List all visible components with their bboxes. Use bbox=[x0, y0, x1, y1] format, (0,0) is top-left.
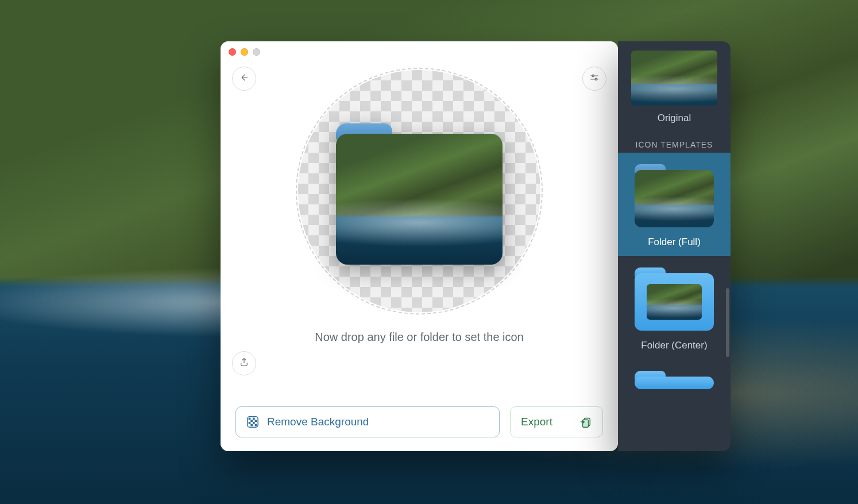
sidebar-item-folder-next[interactable] bbox=[618, 359, 731, 437]
svg-rect-6 bbox=[253, 418, 255, 420]
svg-rect-12 bbox=[255, 424, 257, 427]
svg-rect-11 bbox=[250, 424, 253, 427]
svg-rect-10 bbox=[253, 422, 255, 424]
sidebar-item-label: Folder (Center) bbox=[625, 340, 724, 351]
sidebar-item-original[interactable]: Original bbox=[618, 41, 731, 132]
window-close-button[interactable] bbox=[229, 48, 236, 56]
sidebar-item-folder-center[interactable]: Folder (Center) bbox=[618, 256, 731, 359]
checker-square-icon bbox=[246, 416, 259, 428]
original-thumbnail bbox=[631, 51, 717, 106]
drop-hint-text: Now drop any file or folder to set the i… bbox=[315, 331, 524, 344]
window-minimize-button[interactable] bbox=[241, 48, 248, 56]
sidebar-item-folder-full[interactable]: Folder (Full) bbox=[618, 153, 731, 256]
window-main-pane: Now drop any file or folder to set the i… bbox=[221, 41, 618, 451]
icon-preview bbox=[336, 123, 503, 265]
remove-background-label: Remove Background bbox=[267, 416, 369, 428]
window-zoom-button[interactable] bbox=[253, 48, 260, 56]
svg-rect-9 bbox=[249, 422, 251, 424]
remove-background-button[interactable]: Remove Background bbox=[235, 406, 500, 437]
share-icon bbox=[239, 357, 249, 370]
folder-full-thumbnail bbox=[631, 162, 717, 231]
app-window: Now drop any file or folder to set the i… bbox=[221, 41, 618, 451]
svg-rect-7 bbox=[250, 420, 253, 422]
sidebar-item-label: Folder (Full) bbox=[625, 237, 724, 248]
svg-rect-8 bbox=[255, 420, 257, 422]
desktop-wallpaper: Now drop any file or folder to set the i… bbox=[0, 0, 858, 504]
icon-drop-zone[interactable] bbox=[296, 68, 543, 315]
sidebar-item-label: Original bbox=[625, 113, 724, 124]
export-button[interactable]: Export bbox=[510, 406, 603, 437]
svg-rect-5 bbox=[249, 418, 251, 420]
folder-next-thumbnail bbox=[631, 369, 717, 437]
export-label: Export bbox=[521, 416, 552, 428]
window-titlebar[interactable] bbox=[221, 41, 618, 62]
export-icon bbox=[579, 416, 592, 428]
templates-sidebar[interactable]: Original ICON TEMPLATES Folder (Full) Fo… bbox=[618, 41, 731, 451]
templates-heading: ICON TEMPLATES bbox=[618, 132, 731, 153]
folder-center-thumbnail bbox=[631, 265, 717, 334]
sidebar-scrollbar[interactable] bbox=[726, 288, 729, 357]
share-button[interactable] bbox=[232, 351, 256, 375]
